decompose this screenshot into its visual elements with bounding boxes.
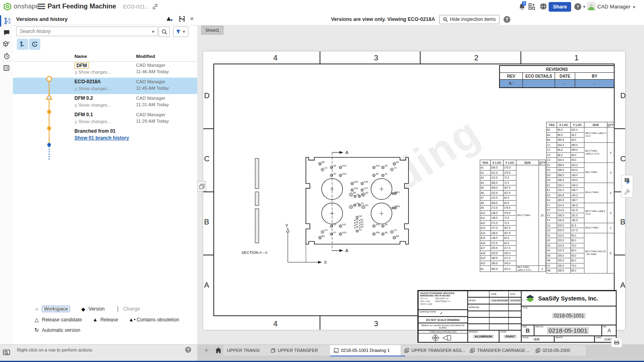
hole-table-row: H1215.595.0Ø2.5 THRU M3x.5C - 6H THRU8 xyxy=(547,233,614,238)
svg-text:A20: A20 xyxy=(354,181,358,183)
show-changes-link[interactable]: ❯Show changes... xyxy=(74,119,111,124)
help-menu[interactable]: ? ▼ xyxy=(574,3,586,10)
svg-text:A17: A17 xyxy=(364,187,368,189)
app-store-icon[interactable] xyxy=(528,3,535,10)
svg-text:A7: A7 xyxy=(333,231,336,234)
svg-text:A14: A14 xyxy=(342,165,346,167)
svg-text:A5: A5 xyxy=(385,165,388,167)
svg-text:H5: H5 xyxy=(355,218,358,221)
document-tab[interactable]: 0218-05-2000 xyxy=(532,345,587,356)
svg-text:D4: D4 xyxy=(394,205,397,208)
tab-label: TRANSFER CARRIAGE ... xyxy=(477,348,530,353)
svg-text:?: ? xyxy=(8,41,10,45)
document-tab[interactable]: UPPER TRANSFER xyxy=(267,345,336,356)
print-icon[interactable] xyxy=(611,338,622,348)
svg-text:A11: A11 xyxy=(342,223,346,226)
panel-header: Versions and history × xyxy=(13,14,197,25)
avatar[interactable] xyxy=(587,2,596,11)
create-version-icon[interactable] xyxy=(166,16,173,22)
compare-icon[interactable] xyxy=(179,16,185,22)
hole-table-row: A1308.5275.5Ø11.0 THRU20 xyxy=(480,165,546,171)
svg-text:A4: A4 xyxy=(385,223,388,226)
svg-text:H7: H7 xyxy=(355,223,358,226)
document-tab-bar: + UPPER TRANSIUPPER TRANSFER0218-05-1001… xyxy=(197,344,644,361)
show-changes-link[interactable]: ❯Show changes... xyxy=(74,86,111,91)
legend-item: ┊Change xyxy=(115,306,140,312)
status-text: Right-click on a row to perform actions xyxy=(17,348,92,352)
svg-text:A6: A6 xyxy=(333,165,336,167)
legend-item: ▲•Contains obsoletion xyxy=(128,317,179,323)
svg-text:B1: B1 xyxy=(396,161,399,163)
svg-text:D3: D3 xyxy=(397,205,400,208)
filter-button[interactable]: ▼ xyxy=(173,27,188,37)
sidebar-divider xyxy=(2,61,11,62)
svg-text:C4: C4 xyxy=(394,229,396,231)
drawing-canvas: Sheet1 4 43 32 21 1D DC CB BA A Pending … xyxy=(197,25,644,344)
svg-text:A19: A19 xyxy=(354,187,358,189)
auto-version-toggle[interactable] xyxy=(29,39,40,50)
add-tab-icon[interactable]: + xyxy=(204,346,208,354)
parts-help-icon[interactable]: ? xyxy=(0,39,13,50)
modified-by: CAD Manager xyxy=(136,79,165,84)
legend-item: △Release candidate xyxy=(34,317,82,323)
svg-text:C2: C2 xyxy=(324,167,327,169)
panel-edge-handle[interactable] xyxy=(197,181,206,191)
show-changes-link[interactable]: ❯Show changes... xyxy=(74,103,111,107)
hamburger-menu-icon[interactable] xyxy=(38,3,45,10)
screenshot-tool-icon[interactable] xyxy=(0,347,13,358)
version-row[interactable]: ECO-0218A❯Show changes...CAD Manager11:4… xyxy=(13,78,197,94)
version-row[interactable]: DFM❯Show changes...CAD Manager11:46 AM T… xyxy=(13,61,197,78)
close-icon[interactable]: × xyxy=(190,15,194,23)
svg-text:H1: H1 xyxy=(361,218,363,221)
globe-icon[interactable] xyxy=(540,3,547,10)
notifications-bell-icon[interactable]: 3 xyxy=(518,3,526,10)
top-bar: onshape Part Feeding Machine ECO-021... … xyxy=(0,0,644,14)
show-branches-toggle[interactable] xyxy=(17,39,28,50)
version-row[interactable]: Branched from 01Show 01 branch history xyxy=(13,127,197,144)
link-icon[interactable] xyxy=(152,4,158,10)
show-changes-link[interactable]: ❯Show changes... xyxy=(74,70,111,74)
branch-history-link[interactable]: Show 01 branch history xyxy=(74,135,129,141)
inspection-tool-button[interactable] xyxy=(621,175,633,186)
tools-wrench-button[interactable] xyxy=(621,186,633,197)
column-modified: Modified xyxy=(136,54,155,59)
hide-inspection-items-button[interactable]: Hide inspection items xyxy=(439,15,500,24)
share-button[interactable]: Share xyxy=(549,2,571,12)
search-dropdown-chevron-icon[interactable]: ▼ xyxy=(151,30,155,34)
modified-by: CAD Manager xyxy=(136,112,165,117)
svg-text:F3: F3 xyxy=(357,193,359,196)
svg-text:F4: F4 xyxy=(357,202,359,205)
user-menu-chevron-icon[interactable]: ▼ xyxy=(632,5,636,9)
versions-panel-icon[interactable] xyxy=(0,15,14,27)
company-logo xyxy=(525,293,535,304)
modified-time: 11:31 AM Today xyxy=(136,102,169,107)
home-tab-icon[interactable] xyxy=(213,346,223,355)
document-tab[interactable]: TRANSFER CARRIAGE ... xyxy=(466,345,537,356)
document-tab[interactable]: 0218-05-1001 Drawing 1 xyxy=(330,345,405,356)
sheet-tab[interactable]: Sheet1 xyxy=(201,26,223,35)
svg-text:D2: D2 xyxy=(394,191,397,193)
legend-item: ▲Release xyxy=(92,317,118,323)
comments-icon[interactable] xyxy=(0,27,13,38)
panel-title: Versions and history xyxy=(16,16,68,22)
release-form-icon[interactable] xyxy=(0,62,13,74)
hole-table-left: TAGX LOCY LOCSIZEQTYA1308.5275.5Ø11.0 TH… xyxy=(480,160,546,272)
hole-table-right: TAGX LOCY LOCSIZEQTYB256.5322.0Ø6.6 THRU… xyxy=(546,122,614,274)
version-row[interactable]: DFM 0.1❯Show changes...CAD Manager11:29 … xyxy=(13,111,197,127)
legend-item: ○Workspace xyxy=(34,306,70,312)
onshape-logo-icon[interactable] xyxy=(3,2,12,11)
search-input[interactable] xyxy=(16,27,158,36)
banner-help-icon[interactable]: ? xyxy=(504,16,510,23)
version-name: DFM 0.1 xyxy=(74,112,93,117)
version-row[interactable]: DFM 0.2❯Show changes...CAD Manager11:31 … xyxy=(13,94,197,111)
history-timer-icon[interactable] xyxy=(0,50,13,62)
document-tab[interactable]: UPPER TRANSFER ASS... xyxy=(400,345,472,356)
search-button[interactable] xyxy=(159,27,170,37)
version-name: DFM xyxy=(74,62,89,69)
legend-item: ↻Automatic version xyxy=(34,327,80,333)
svg-text:G1: G1 xyxy=(359,228,362,231)
status-help-icon[interactable]: ? xyxy=(185,347,191,353)
version-name: ECO-0218A xyxy=(74,79,101,84)
svg-text:B3: B3 xyxy=(322,235,325,237)
svg-text:H8: H8 xyxy=(355,226,358,228)
